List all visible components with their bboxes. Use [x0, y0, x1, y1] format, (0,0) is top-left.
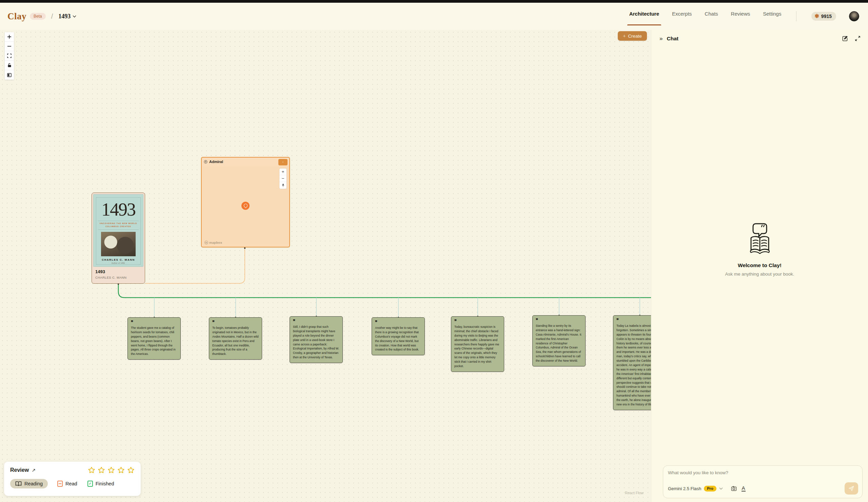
tab-reviews[interactable]: Reviews — [731, 8, 750, 25]
quote-icon: ❞ — [131, 320, 177, 324]
send-button[interactable] — [845, 482, 858, 494]
credits-count: 9915 — [821, 13, 832, 19]
status-label: Finished — [96, 481, 114, 487]
tab-settings[interactable]: Settings — [763, 8, 781, 25]
mapbox-logo-icon: m — [205, 241, 208, 244]
chevron-down-icon — [719, 488, 723, 490]
panel-icon — [7, 73, 11, 77]
camera-icon — [731, 486, 737, 491]
panel-toggle-button[interactable] — [5, 70, 14, 80]
map-zoom-in-button[interactable]: + — [279, 168, 287, 175]
unlock-icon — [8, 63, 11, 67]
book-open-icon — [15, 481, 22, 487]
map-node-title: Admiral — [209, 160, 223, 164]
breadcrumb-separator: / — [51, 12, 53, 20]
tab-architecture[interactable]: Architecture — [629, 8, 659, 25]
welcome-subtitle: Ask me anything about your book. — [725, 272, 794, 276]
quote-icon: ❞ — [536, 318, 582, 322]
attach-image-button[interactable] — [731, 486, 737, 491]
chat-input-placeholder: What would you like to know? — [668, 470, 857, 475]
book-node[interactable]: 1493 UNCOVERING THE NEW WORLD COLUMBUS C… — [92, 192, 145, 284]
mapbox-label: mapbox — [209, 241, 222, 244]
font-icon: A — [742, 485, 746, 492]
app-header: Clay Beta / 1493 Architecture Excerpts C… — [0, 3, 868, 30]
chat-input-box[interactable]: What would you like to know? Gemini 2.5 … — [663, 466, 862, 498]
model-selector[interactable]: Gemini 2.5 Flash Pro — [668, 486, 723, 491]
fit-view-icon — [7, 54, 11, 58]
map-node-action-button[interactable]: › — [278, 159, 288, 165]
main-nav: Architecture Excerpts Chats Reviews Sett… — [629, 8, 859, 25]
beta-badge: Beta — [30, 13, 46, 20]
star-icon[interactable] — [127, 467, 135, 474]
quote-card[interactable]: ❞ Today La Isabela is almost forgotten. … — [613, 315, 651, 410]
book-meta: 1493 CHARLES C. MANN — [93, 267, 143, 279]
book-cover-author: CHARLES C. MANN — [102, 258, 135, 261]
quote-card[interactable]: ❞ Still, I didn't grasp that such biolog… — [290, 316, 343, 363]
status-finished-button[interactable]: Finished — [87, 479, 115, 489]
welcome-title: Welcome to Clay! — [738, 262, 782, 269]
credits-badge[interactable]: ✾ 9915 — [812, 12, 836, 21]
avatar[interactable] — [849, 11, 859, 21]
minus-icon — [7, 44, 11, 49]
quote-text: Today, bureaucratic suspicion is minimal… — [454, 325, 501, 368]
quote-card[interactable]: ❞ The student gave me a catalog of heirl… — [127, 317, 181, 360]
review-open-link[interactable]: ↗ — [32, 468, 35, 473]
plus-icon: + — [623, 33, 626, 39]
book-cover: 1493 UNCOVERING THE NEW WORLD COLUMBUS C… — [93, 194, 143, 267]
zoom-out-button[interactable] — [5, 42, 14, 51]
compass-icon — [282, 184, 285, 187]
star-icon[interactable] — [88, 467, 95, 474]
expand-icon[interactable] — [855, 35, 860, 41]
quote-card[interactable]: ❞ To begin, tomatoes probably originated… — [209, 317, 262, 360]
map-zoom-controls: + − — [279, 168, 287, 189]
flower-icon: ✾ — [814, 13, 819, 19]
tab-excerpts[interactable]: Excerpts — [672, 8, 692, 25]
status-reading-button[interactable]: Reading — [10, 479, 48, 489]
create-button[interactable]: + Create — [618, 31, 647, 41]
breadcrumb-title: 1493 — [58, 13, 71, 20]
quote-text: Today La Isabela is almost forgotten. So… — [617, 324, 651, 407]
quote-card[interactable]: ❞ Standing like a sentry by its entrance… — [532, 315, 586, 366]
architecture-canvas[interactable]: + Create Admiral › + − m — [0, 30, 651, 502]
chevron-down-icon — [73, 15, 76, 18]
mapbox-attribution: m mapbox — [205, 241, 222, 244]
book-finished-icon — [87, 481, 93, 487]
admiral-map-node[interactable]: Admiral › + − m mapbox — [201, 157, 290, 248]
star-icon[interactable] — [98, 467, 105, 474]
map-marker-icon[interactable] — [241, 202, 249, 210]
collapse-panel-icon[interactable]: » — [660, 35, 662, 42]
book-author: CHARLES C. MANN — [95, 275, 141, 279]
book-cover-frame: 1493 UNCOVERING THE NEW WORLD COLUMBUS C… — [96, 197, 141, 265]
quote-icon: ❞ — [212, 320, 259, 324]
map-node-header: Admiral — [202, 158, 289, 166]
status-read-button[interactable]: Read — [56, 479, 78, 489]
quote-card[interactable]: ❞ Today, bureaucratic suspicion is minim… — [451, 316, 504, 372]
new-chat-icon[interactable] — [842, 35, 848, 42]
breadcrumb[interactable]: 1493 — [58, 13, 76, 20]
star-icon[interactable] — [107, 467, 115, 474]
tab-chats[interactable]: Chats — [705, 8, 718, 25]
map-compass-button[interactable] — [279, 182, 287, 189]
book-cover-art — [101, 232, 135, 256]
plus-icon — [7, 34, 11, 39]
quote-card[interactable]: ❞ Another way might be to say that there… — [372, 317, 425, 355]
zoom-in-button[interactable] — [5, 32, 14, 42]
chat-panel: » Chat Welcome to Clay! Ask me anything … — [651, 30, 868, 502]
canvas-controls — [5, 32, 14, 80]
quote-icon: ❞ — [293, 319, 339, 323]
create-label: Create — [628, 33, 642, 39]
review-panel: Review ↗ Reading Read — [4, 462, 141, 496]
status-label: Reading — [24, 481, 43, 487]
nav-divider — [796, 11, 796, 21]
model-name: Gemini 2.5 Flash — [668, 486, 701, 491]
map-zoom-out-button[interactable]: − — [279, 175, 287, 182]
fit-view-button[interactable] — [5, 51, 14, 61]
font-style-button[interactable]: A — [742, 485, 746, 492]
book-read-icon — [57, 481, 63, 487]
book-title: 1493 — [95, 269, 141, 274]
chat-book-illustration — [741, 222, 779, 257]
map-area[interactable]: + − m mapbox — [203, 166, 289, 246]
lock-button[interactable] — [5, 61, 14, 70]
star-icon[interactable] — [117, 467, 125, 474]
quote-text: To begin, tomatoes probably originated n… — [212, 326, 259, 356]
